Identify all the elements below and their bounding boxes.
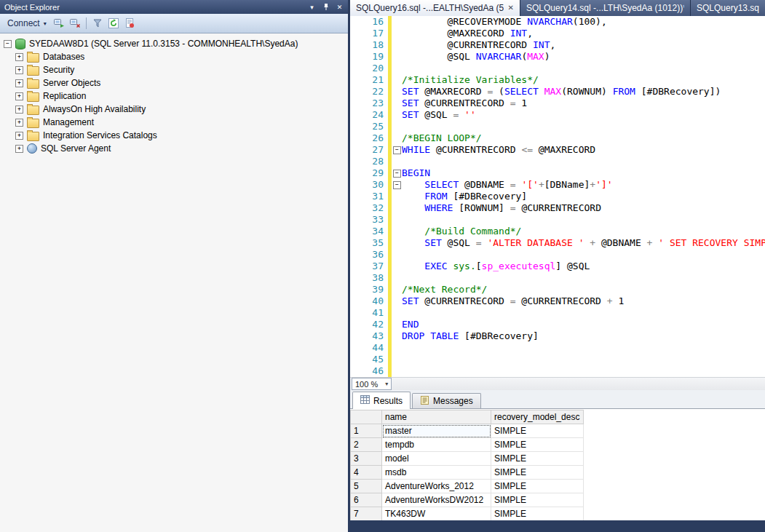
code-line[interactable]: 42END bbox=[350, 319, 765, 330]
grid-cell[interactable]: SIMPLE bbox=[491, 438, 584, 452]
sidebar-item-management[interactable]: +Management bbox=[0, 116, 348, 129]
code-line[interactable]: 21/*Initialize Variables*/ bbox=[350, 74, 765, 86]
zoom-control[interactable]: 100 % ▾ bbox=[352, 378, 392, 390]
document-tab[interactable]: SQLQuery13.sql bbox=[691, 0, 765, 16]
grid-cell[interactable]: SIMPLE bbox=[491, 480, 584, 493]
collapse-icon[interactable]: − bbox=[393, 181, 401, 189]
code-line[interactable]: 18 @CURRENTRECORD INT, bbox=[350, 39, 765, 51]
connect-server-icon[interactable] bbox=[52, 16, 66, 31]
grid-cell[interactable]: AdventureWorks_2012 bbox=[382, 480, 491, 493]
row-header-cell[interactable]: 6 bbox=[351, 493, 382, 507]
collapse-icon[interactable]: − bbox=[393, 170, 401, 178]
tab-results[interactable]: Results bbox=[352, 392, 411, 409]
grid-cell[interactable]: tempdb bbox=[382, 438, 491, 452]
document-tab[interactable]: SQLQuery16.sql -...EALTH\SyedAa (54))*✕ bbox=[350, 0, 520, 16]
refresh-icon[interactable] bbox=[106, 16, 121, 31]
code-token bbox=[402, 202, 424, 213]
grid-cell[interactable]: SIMPLE bbox=[491, 493, 584, 507]
grid-corner-cell[interactable] bbox=[351, 410, 382, 424]
code-line[interactable]: 45 bbox=[350, 354, 765, 365]
close-icon[interactable]: ✕ bbox=[508, 4, 514, 12]
expand-icon[interactable]: + bbox=[15, 79, 23, 87]
document-tab[interactable]: SQLQuery14.sql -...LTH\SyedAa (1012))* bbox=[520, 0, 691, 16]
grid-cell[interactable]: SIMPLE bbox=[491, 424, 584, 438]
code-line[interactable]: 37 EXEC sys.[sp_executesql] @SQL bbox=[350, 261, 765, 272]
close-icon[interactable]: ✕ bbox=[334, 2, 345, 12]
grid-cell[interactable]: master bbox=[382, 424, 491, 438]
window-menu-icon[interactable]: ▾ bbox=[306, 2, 317, 12]
connect-button[interactable]: Connect ▾ bbox=[4, 17, 50, 30]
horizontal-scrollbar[interactable] bbox=[392, 378, 765, 390]
code-line[interactable]: 26/*BEGIN LOOP*/ bbox=[350, 132, 765, 144]
expand-icon[interactable]: + bbox=[15, 132, 23, 140]
reports-icon[interactable] bbox=[122, 16, 137, 31]
row-header-cell[interactable]: 4 bbox=[351, 466, 382, 480]
code-line[interactable]: 31 FROM [#DBRecovery] bbox=[350, 191, 765, 202]
tree-item-label: Replication bbox=[43, 91, 86, 101]
code-line[interactable]: 43DROP TABLE [#DBRecovery] bbox=[350, 330, 765, 342]
grid-cell[interactable]: SIMPLE bbox=[491, 507, 584, 521]
sidebar-item-server-objects[interactable]: +Server Objects bbox=[0, 76, 348, 90]
grid-column-header[interactable]: name bbox=[382, 410, 491, 424]
collapse-icon[interactable]: − bbox=[4, 40, 12, 48]
code-line[interactable]: 27−WHILE @CURRENTRECORD <= @MAXRECORD bbox=[350, 144, 765, 156]
grid-cell[interactable]: SIMPLE bbox=[491, 466, 584, 480]
code-line[interactable]: 16 @RECOVERYMODE NVARCHAR(100), bbox=[350, 16, 765, 28]
fold-margin bbox=[392, 98, 402, 109]
code-line[interactable]: 30− SELECT @DBNAME = '['+[DBName]+']' bbox=[350, 179, 765, 191]
filter-icon[interactable] bbox=[90, 16, 105, 31]
tree-item-label: Databases bbox=[43, 52, 84, 62]
grid-cell[interactable]: AdventureWorksDW2012 bbox=[382, 493, 491, 507]
collapse-icon[interactable]: − bbox=[393, 146, 401, 154]
tree-node-server[interactable]: −SYEDAAW8D1 (SQL Server 11.0.3153 - COMM… bbox=[0, 37, 348, 50]
code-line[interactable]: 35 SET @SQL = 'ALTER DATABASE ' + @DBNAM… bbox=[350, 237, 765, 249]
code-line[interactable]: 28 bbox=[350, 156, 765, 167]
code-line[interactable]: 46 bbox=[350, 365, 765, 377]
code-token bbox=[402, 191, 424, 202]
code-line[interactable]: 32 WHERE [ROWNUM] = @CURRENTRECORD bbox=[350, 202, 765, 214]
expand-icon[interactable]: + bbox=[15, 66, 23, 74]
grid-cell[interactable]: model bbox=[382, 452, 491, 466]
code-line[interactable]: 19 @SQL NVARCHAR(MAX) bbox=[350, 51, 765, 63]
row-header-cell[interactable]: 7 bbox=[351, 507, 382, 521]
code-line[interactable]: 34 /*Build Command*/ bbox=[350, 226, 765, 237]
sidebar-item-integration-services-catalogs[interactable]: +Integration Services Catalogs bbox=[0, 129, 348, 142]
expand-icon[interactable]: + bbox=[15, 92, 23, 100]
expand-icon[interactable]: + bbox=[15, 106, 23, 114]
code-line[interactable]: 41 bbox=[350, 307, 765, 319]
code-line[interactable]: 23SET @CURRENTRECORD = 1 bbox=[350, 98, 765, 109]
sidebar-item-databases[interactable]: +Databases bbox=[0, 50, 348, 63]
code-line[interactable]: 22SET @MAXRECORD = (SELECT MAX(ROWNUM) F… bbox=[350, 86, 765, 98]
disconnect-server-icon[interactable] bbox=[68, 16, 82, 31]
code-line[interactable]: 25 bbox=[350, 121, 765, 132]
sidebar-item-security[interactable]: +Security bbox=[0, 63, 348, 76]
code-line[interactable]: 17 @MAXRECORD INT, bbox=[350, 28, 765, 39]
code-line[interactable]: 38 bbox=[350, 272, 765, 284]
expand-icon[interactable]: + bbox=[15, 53, 23, 61]
code-line[interactable]: 36 bbox=[350, 249, 765, 261]
sql-editor[interactable]: 16 @RECOVERYMODE NVARCHAR(100),17 @MAXRE… bbox=[350, 16, 765, 377]
tab-messages[interactable]: Messages bbox=[412, 393, 481, 408]
sidebar-item-alwayson-high-availability[interactable]: +AlwaysOn High Availability bbox=[0, 103, 348, 116]
sidebar-item-replication[interactable]: +Replication bbox=[0, 90, 348, 103]
row-header-cell[interactable]: 3 bbox=[351, 452, 382, 466]
code-line[interactable]: 39/*Next Record*/ bbox=[350, 284, 765, 295]
code-line[interactable]: 20 bbox=[350, 63, 765, 74]
expand-icon[interactable]: + bbox=[15, 145, 23, 153]
expand-icon[interactable]: + bbox=[15, 119, 23, 127]
grid-cell[interactable]: TK463DW bbox=[382, 507, 491, 521]
row-header-cell[interactable]: 1 bbox=[351, 424, 382, 438]
code-line[interactable]: 44 bbox=[350, 342, 765, 354]
code-line[interactable]: 24SET @SQL = '' bbox=[350, 109, 765, 121]
code-line[interactable]: 40SET @CURRENTRECORD = @CURRENTRECORD + … bbox=[350, 295, 765, 307]
sidebar-item-sql-server-agent[interactable]: +SQL Server Agent bbox=[0, 142, 348, 155]
pin-icon[interactable] bbox=[320, 2, 331, 12]
row-header-cell[interactable]: 5 bbox=[351, 480, 382, 493]
code-line[interactable]: 29−BEGIN bbox=[350, 167, 765, 179]
code-line[interactable]: 33 bbox=[350, 214, 765, 226]
grid-cell[interactable]: msdb bbox=[382, 466, 491, 480]
grid-column-header[interactable]: recovery_model_desc bbox=[491, 410, 584, 424]
grid-cell[interactable]: SIMPLE bbox=[491, 452, 584, 466]
code-token: @DBNAME bbox=[459, 179, 510, 190]
row-header-cell[interactable]: 2 bbox=[351, 438, 382, 452]
